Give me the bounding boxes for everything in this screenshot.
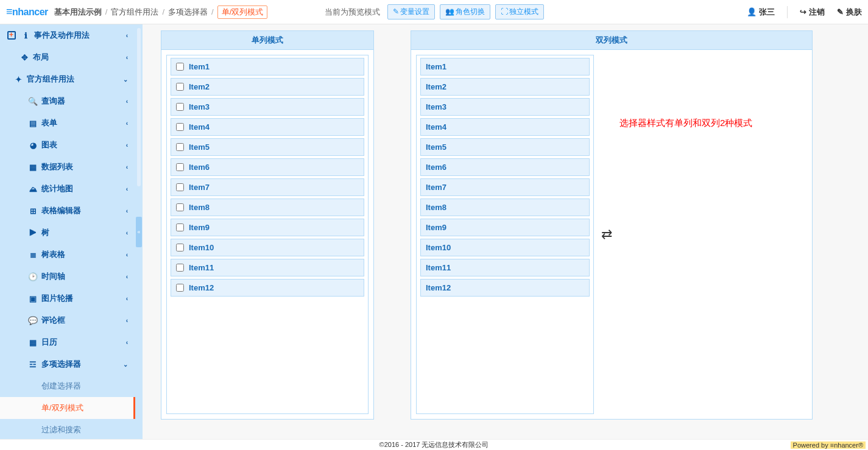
- item-checkbox[interactable]: [176, 203, 184, 211]
- list-item[interactable]: Item10: [420, 239, 590, 256]
- sidebar-item-tree[interactable]: ⯈树‹: [0, 222, 135, 244]
- logout-button[interactable]: ↪注销: [800, 7, 825, 18]
- sidebar-item-events[interactable]: ℹ事件及动作用法‹: [0, 24, 135, 46]
- breadcrumb-active: 单/双列模式: [217, 5, 268, 19]
- list-item[interactable]: Item9: [420, 219, 590, 236]
- logo: ≡nhancer: [6, 5, 48, 18]
- list-item[interactable]: Item4: [171, 118, 364, 136]
- list-item[interactable]: Item3: [171, 98, 364, 116]
- item-checkbox[interactable]: [176, 223, 184, 231]
- breadcrumb-root[interactable]: 基本用法示例: [54, 7, 102, 18]
- list-item[interactable]: Item11: [171, 259, 364, 276]
- collapse-handle[interactable]: «: [136, 217, 142, 247]
- annotation-text: 选择器样式有单列和双列2种模式: [619, 55, 766, 131]
- sidebar-item-calendar[interactable]: ▦日历‹: [0, 331, 135, 353]
- single-listbox[interactable]: Item1Item2Item3Item4Item5Item6Item7Item8…: [166, 55, 369, 414]
- move-icon: ✥: [19, 53, 29, 62]
- info-icon: ℹ: [21, 31, 30, 40]
- list-item[interactable]: Item1: [171, 58, 364, 76]
- list-item[interactable]: Item7: [420, 178, 590, 196]
- sidebar-item-multi[interactable]: ☲多项选择器⌄: [0, 353, 135, 375]
- sidebar-item-map[interactable]: ⛰统计地图‹: [0, 178, 135, 200]
- sidebar-item-search[interactable]: 🔍查询器‹: [0, 90, 135, 112]
- breadcrumb-l2[interactable]: 多项选择器: [168, 7, 208, 18]
- signout-icon: ↪: [800, 7, 806, 16]
- double-column-panel: 双列模式 Item1Item2Item3Item4Item5Item6Item7…: [411, 30, 813, 420]
- list-item[interactable]: Item5: [171, 138, 364, 156]
- item-checkbox[interactable]: [176, 63, 184, 71]
- list-item[interactable]: Item7: [171, 178, 364, 196]
- puzzle-icon: ✦: [13, 75, 23, 84]
- sidebar-sub-mode[interactable]: 单/双列模式: [0, 397, 135, 419]
- list-item[interactable]: Item10: [171, 239, 364, 256]
- list-item[interactable]: Item12: [420, 279, 590, 297]
- item-checkbox[interactable]: [176, 264, 184, 272]
- sidebar-item-treegrid[interactable]: ≣树表格‹: [0, 244, 135, 265]
- sidebar-item-official[interactable]: ✦官方组件用法⌄: [0, 68, 135, 90]
- standalone-mode-button[interactable]: ⛶独立模式: [495, 4, 544, 19]
- magic-icon: ✎: [837, 7, 844, 16]
- search-icon: 🔍: [28, 97, 38, 106]
- form-icon: ▤: [28, 119, 38, 128]
- sidebar-item-gallery[interactable]: ▣图片轮播‹: [0, 287, 135, 309]
- variable-settings-button[interactable]: ✎变量设置: [387, 4, 435, 19]
- sidebar-sub-create[interactable]: 创建选择器: [0, 375, 135, 397]
- list-item[interactable]: Item6: [420, 158, 590, 176]
- list-item[interactable]: Item2: [420, 78, 590, 96]
- preview-mode-label: 当前为预览模式: [325, 7, 380, 18]
- grid-icon: ⊞: [28, 206, 38, 216]
- group-icon: 👥: [445, 7, 454, 16]
- list-item[interactable]: Item8: [171, 199, 364, 216]
- item-checkbox[interactable]: [176, 284, 184, 292]
- sidebar-item-layout[interactable]: ✥布局‹: [0, 46, 135, 68]
- user-menu[interactable]: 👤张三: [747, 7, 775, 18]
- skin-button[interactable]: ✎换肤: [837, 7, 862, 18]
- sidebar-item-form[interactable]: ▤表单‹: [0, 112, 135, 134]
- item-checkbox[interactable]: [176, 183, 184, 191]
- list-item[interactable]: Item8: [420, 199, 590, 216]
- sidebar-item-chart[interactable]: ◕图表‹: [0, 134, 135, 156]
- swap-icon[interactable]: ⇄: [601, 227, 612, 242]
- panel-header: 单列模式: [161, 31, 373, 50]
- role-switch-button[interactable]: 👥角色切换: [440, 4, 490, 19]
- chart-icon: ◕: [28, 141, 38, 150]
- sidebar-item-comment[interactable]: 💬评论框‹: [0, 309, 135, 331]
- sidebar-item-list[interactable]: ▦数据列表‹: [0, 156, 135, 178]
- pencil-icon: ✎: [393, 7, 399, 16]
- breadcrumb-l1[interactable]: 官方组件用法: [111, 7, 158, 18]
- list-item[interactable]: Item5: [420, 138, 590, 156]
- sidebar-sub-filter[interactable]: 过滤和搜索: [0, 419, 135, 439]
- panel-header: 双列模式: [411, 31, 812, 50]
- double-listbox-left[interactable]: Item1Item2Item3Item4Item5Item6Item7Item8…: [416, 55, 594, 414]
- item-checkbox[interactable]: [176, 244, 184, 251]
- list-item[interactable]: Item12: [171, 279, 364, 297]
- map-icon: ⛰: [28, 185, 38, 194]
- list-item[interactable]: Item1: [420, 58, 590, 76]
- gallery-icon: ▣: [28, 294, 38, 303]
- tree-icon: ⯈: [28, 228, 38, 237]
- list-item[interactable]: Item9: [171, 219, 364, 236]
- expand-icon: [7, 31, 16, 40]
- sidebar-item-grid[interactable]: ⊞表格编辑器‹: [0, 200, 135, 222]
- item-checkbox[interactable]: [176, 163, 184, 171]
- sidebar: ℹ事件及动作用法‹ ✥布局‹ ✦官方组件用法⌄ 🔍查询器‹▤表单‹◕图表‹▦数据…: [0, 24, 135, 439]
- list-item[interactable]: Item3: [420, 98, 590, 116]
- splitter[interactable]: «: [135, 24, 143, 439]
- calendar-icon: ▦: [28, 338, 38, 347]
- fullscreen-icon: ⛶: [501, 7, 508, 16]
- sidebar-item-clock[interactable]: 🕑时间轴‹: [0, 265, 135, 287]
- treegrid-icon: ≣: [28, 250, 38, 259]
- breadcrumb: 基本用法示例 / 官方组件用法 / 多项选择器 / 单/双列模式: [54, 5, 268, 19]
- item-checkbox[interactable]: [176, 123, 184, 131]
- list-item[interactable]: Item4: [420, 118, 590, 136]
- item-checkbox[interactable]: [176, 103, 184, 111]
- list-item[interactable]: Item2: [171, 78, 364, 96]
- list-item[interactable]: Item11: [420, 259, 590, 276]
- chevron-left-icon: ‹: [126, 54, 128, 61]
- item-checkbox[interactable]: [176, 83, 184, 91]
- item-checkbox[interactable]: [176, 143, 184, 151]
- user-icon: 👤: [747, 7, 757, 16]
- list-item[interactable]: Item6: [171, 158, 364, 176]
- poweredby-badge: Powered by ≡nhancer®: [791, 441, 866, 449]
- multi-icon: ☲: [28, 360, 38, 369]
